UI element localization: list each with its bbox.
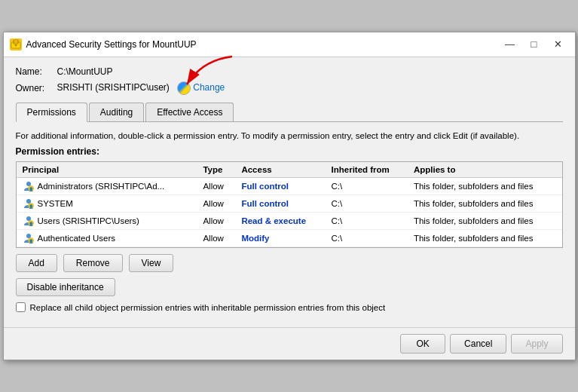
minimize-button[interactable]: — — [500, 37, 521, 52]
col-header-inherited: Inherited from — [326, 162, 408, 178]
window-icon — [10, 38, 22, 51]
svg-text:👤: 👤 — [29, 239, 34, 244]
cell-access: Full control — [235, 178, 325, 195]
cell-type: Allow — [197, 230, 235, 247]
window-title: Advanced Security Settings for MountUUP — [26, 39, 500, 50]
svg-point-7 — [26, 199, 31, 204]
cell-access: Read & execute — [235, 213, 325, 230]
name-value: C:\MountUUP — [57, 66, 113, 77]
svg-text:👤: 👤 — [29, 204, 34, 210]
cell-inherited-from: C:\ — [326, 230, 408, 247]
dialog-content: Name: C:\MountUUP Owner: SRISHTI (SRISHT… — [4, 57, 575, 327]
change-link[interactable]: Change — [193, 82, 225, 93]
tab-effective-access[interactable]: Effective Access — [145, 103, 234, 121]
user-icon: 👤 — [23, 215, 35, 227]
cell-inherited-from: C:\ — [326, 213, 408, 230]
disable-inheritance-button[interactable]: Disable inheritance — [16, 278, 115, 296]
ok-button[interactable]: OK — [400, 334, 445, 354]
principal-name: Authenticated Users — [38, 234, 116, 243]
cell-access: Full control — [235, 195, 325, 213]
owner-value: SRISHTI (SRISHTIPC\user) — [57, 82, 170, 93]
svg-point-2 — [14, 44, 17, 46]
table-row[interactable]: 👤 Administrators (SRISHTIPC\Ad... AllowF… — [17, 178, 562, 195]
svg-point-10 — [26, 216, 31, 221]
cell-applies-to: This folder, subfolders and files — [408, 230, 562, 247]
col-header-principal: Principal — [17, 162, 197, 178]
cell-inherited-from: C:\ — [326, 195, 408, 213]
table-row[interactable]: 👤 Authenticated Users AllowModifyC:\This… — [17, 230, 562, 247]
cell-principal: 👤 Users (SRISHTIPC\Users) — [17, 213, 197, 230]
table-row[interactable]: 👤 Users (SRISHTIPC\Users) AllowRead & ex… — [17, 213, 562, 230]
owner-label: Owner: — [16, 83, 57, 93]
principal-name: Administrators (SRISHTIPC\Ad... — [38, 182, 165, 191]
globe-icon — [177, 81, 191, 95]
replace-checkbox-label: Replace all child object permission entr… — [30, 303, 386, 312]
tab-permissions[interactable]: Permissions — [16, 103, 87, 122]
replace-checkbox[interactable] — [16, 302, 26, 312]
titlebar: Advanced Security Settings for MountUUP … — [4, 32, 575, 57]
owner-row: Owner: SRISHTI (SRISHTIPC\user) Change — [16, 81, 563, 95]
cell-applies-to: This folder, subfolders and files — [408, 195, 562, 213]
cell-principal: 👤 Authenticated Users — [17, 230, 197, 247]
svg-text:👤: 👤 — [29, 222, 34, 227]
permission-table-wrapper: Principal Type Access Inherited from App… — [16, 161, 563, 248]
col-header-applies: Applies to — [408, 162, 562, 178]
info-text: For additional information, double-click… — [16, 130, 563, 142]
principal-name: SYSTEM — [38, 199, 73, 208]
tabs-container: Permissions Auditing Effective Access — [16, 103, 563, 122]
close-button[interactable]: ✕ — [548, 37, 569, 52]
principal-name: Users (SRISHTIPC\Users) — [38, 216, 139, 225]
tab-auditing[interactable]: Auditing — [89, 103, 144, 121]
cell-access: Modify — [235, 230, 325, 247]
user-icon: 👤 — [23, 198, 35, 210]
table-row[interactable]: 👤 SYSTEM AllowFull controlC:\This folder… — [17, 195, 562, 213]
cell-applies-to: This folder, subfolders and files — [408, 178, 562, 195]
owner-wrapper: SRISHTI (SRISHTIPC\user) Change — [57, 81, 225, 95]
add-button[interactable]: Add — [16, 254, 57, 272]
view-button[interactable]: View — [129, 254, 174, 272]
cell-inherited-from: C:\ — [326, 178, 408, 195]
cell-type: Allow — [197, 213, 235, 230]
svg-point-13 — [26, 234, 31, 238]
cell-principal: 👤 Administrators (SRISHTIPC\Ad... — [17, 178, 197, 195]
cell-principal: 👤 SYSTEM — [17, 195, 197, 213]
col-header-access: Access — [235, 162, 325, 178]
cell-type: Allow — [197, 195, 235, 213]
permission-table: Principal Type Access Inherited from App… — [17, 162, 562, 247]
cell-type: Allow — [197, 178, 235, 195]
maximize-button[interactable]: □ — [524, 37, 545, 52]
window-controls: — □ ✕ — [500, 37, 569, 52]
replace-checkbox-row: Replace all child object permission entr… — [16, 302, 563, 312]
bottom-buttons: OK Cancel Apply — [4, 327, 575, 360]
user-icon: 👤 — [23, 232, 35, 244]
section-label: Permission entries: — [16, 146, 563, 157]
name-row: Name: C:\MountUUP — [16, 66, 563, 77]
svg-point-4 — [26, 182, 31, 186]
apply-button[interactable]: Apply — [511, 334, 562, 354]
table-header-row: Principal Type Access Inherited from App… — [17, 162, 562, 178]
main-window: Advanced Security Settings for MountUUP … — [3, 32, 576, 360]
name-label: Name: — [16, 66, 57, 77]
cell-applies-to: This folder, subfolders and files — [408, 213, 562, 230]
action-buttons-row: Add Remove View — [16, 254, 563, 272]
user-icon: 👤 — [23, 180, 35, 192]
svg-text:👤: 👤 — [29, 187, 34, 192]
col-header-type: Type — [197, 162, 235, 178]
cancel-button[interactable]: Cancel — [450, 334, 506, 354]
remove-button[interactable]: Remove — [63, 254, 123, 272]
